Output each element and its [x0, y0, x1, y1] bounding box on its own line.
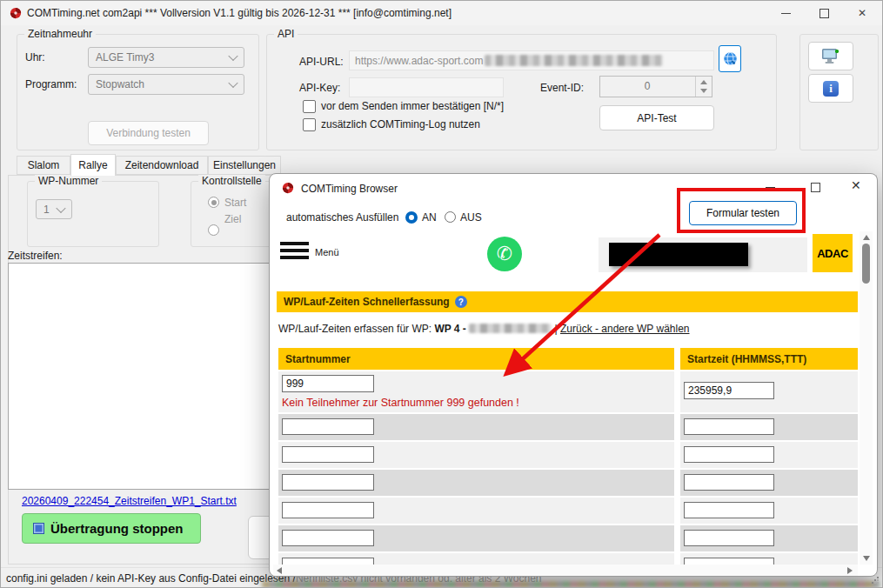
scroll-left-icon[interactable]: [277, 567, 282, 574]
startnummer-input[interactable]: [282, 375, 374, 392]
annotation-rectangle: [677, 188, 806, 233]
wp-nummer-select[interactable]: 1: [36, 199, 72, 219]
api-key-input[interactable]: [349, 77, 504, 97]
startnummer-input[interactable]: [282, 502, 374, 518]
comtiming-log-checkbox[interactable]: [303, 118, 316, 131]
radio-ziel[interactable]: [208, 224, 219, 236]
kontrollstelle-group-label: Kontrollstelle: [198, 175, 265, 187]
programm-select[interactable]: Stopwatch: [88, 74, 244, 95]
section-title: WP/Lauf-Zeiten Schnellerfassung: [284, 296, 450, 308]
vertical-scrollbar[interactable]: [860, 231, 873, 565]
api-test-button[interactable]: API-Test: [599, 105, 714, 130]
api-url-redacted: [485, 55, 663, 66]
spinner-arrows[interactable]: [695, 77, 712, 97]
entry-cell: [680, 470, 858, 496]
entry-cell: [680, 498, 858, 524]
scroll-right-icon[interactable]: [847, 567, 853, 574]
minimize-icon[interactable]: [766, 1, 805, 25]
chevron-down-icon: [56, 203, 65, 212]
menu-button[interactable]: [280, 242, 309, 259]
radio-an[interactable]: [405, 211, 418, 224]
tab-rallye[interactable]: Rallye: [70, 154, 116, 176]
zeitstreifen-file-link[interactable]: 20260409_222454_Zeitstreifen_WP1_Start.t…: [22, 495, 237, 507]
browser-window-title: COMTiming Browser: [301, 183, 398, 195]
browser-window: COMTiming Browser ✕ automatisches Ausfül…: [269, 173, 878, 577]
startzeit-input[interactable]: [684, 502, 774, 518]
hamburger-icon: [280, 242, 309, 259]
adac-logo: ADAC: [813, 234, 853, 272]
close-icon[interactable]: ✕: [851, 178, 861, 192]
new-monitor-button[interactable]: [808, 42, 853, 70]
wp-line: WP/Lauf-Zeiten erfassen für WP: WP 4 - |…: [278, 323, 690, 335]
startnummer-input[interactable]: [282, 530, 374, 546]
startzeit-input[interactable]: [684, 446, 774, 463]
entry-row: Kein Teilnehmer zur Startnummer 999 gefu…: [278, 371, 674, 412]
whatsapp-icon[interactable]: ✆: [487, 237, 522, 271]
chevron-down-icon: [228, 78, 237, 88]
radio-start-label: Start: [224, 197, 246, 209]
radio-start[interactable]: [208, 197, 219, 208]
wp-nummer-value: 1: [43, 204, 50, 216]
startzeit-input[interactable]: [684, 474, 774, 491]
radio-aus[interactable]: [445, 211, 456, 223]
wp-number: WP 4 -: [434, 323, 469, 335]
scrollbar-thumb[interactable]: [862, 244, 870, 284]
startnummer-input[interactable]: [282, 446, 374, 463]
scroll-down-icon[interactable]: [863, 556, 870, 561]
entry-cell: [278, 414, 674, 440]
wp-name-redacted: [469, 324, 552, 333]
entry-cell: [278, 442, 674, 468]
api-group-label: API: [274, 28, 298, 40]
comtiming-log-label: zusätzlich COMTiming-Log nutzen: [321, 118, 480, 130]
help-icon[interactable]: ?: [455, 296, 467, 308]
startzeit-input[interactable]: [684, 530, 774, 546]
resize-grip-icon[interactable]: [871, 576, 880, 585]
tab-zeitendownload[interactable]: Zeitendownload: [116, 156, 208, 175]
spin-down-icon[interactable]: [700, 89, 707, 93]
close-icon[interactable]: ✕: [843, 1, 881, 25]
startzeit-input[interactable]: [684, 382, 774, 399]
entry-cell: [680, 414, 858, 440]
programm-label: Programm:: [25, 78, 77, 90]
open-browser-button[interactable]: [719, 45, 741, 72]
entry-row: [273, 470, 858, 496]
quick-entry-rows: [273, 414, 858, 577]
stop-transfer-button[interactable]: Übertragung stoppen: [22, 513, 201, 544]
api-url-input[interactable]: https://www.adac-sport.com: [349, 50, 714, 70]
horizontal-scrollbar[interactable]: [273, 565, 858, 576]
maximize-icon[interactable]: [811, 183, 820, 192]
startzeit-input[interactable]: [684, 418, 774, 435]
event-id-spinner[interactable]: 0: [599, 76, 712, 97]
globe-icon: [723, 51, 738, 66]
startnummer-input[interactable]: [282, 474, 374, 491]
info-button[interactable]: i: [808, 74, 853, 103]
confirm-before-send-checkbox[interactable]: [303, 100, 316, 113]
section-title-band: WP/Lauf-Zeiten Schnellerfassung ?: [277, 291, 858, 312]
redacted-bottom-line: [262, 581, 880, 588]
verbindung-testen-button[interactable]: Verbindung testen: [88, 121, 209, 145]
entry-cell: [680, 442, 858, 468]
col-startzeit-header: Startzeit (HHMMSS,TTT): [680, 348, 858, 370]
entry-cell: [278, 498, 674, 524]
event-name-redacted: [609, 243, 748, 266]
entry-cell: [680, 371, 858, 412]
info-icon: i: [823, 81, 839, 97]
confirm-before-send-label: vor dem Senden immer bestätigen [N/*]: [321, 100, 504, 112]
uhr-value: ALGE Timy3: [96, 51, 154, 63]
startnummer-input[interactable]: [282, 418, 374, 435]
zeitstreifen-listbox[interactable]: [8, 263, 280, 490]
app-icon: [282, 182, 294, 194]
entry-row: [273, 442, 858, 468]
spin-up-icon[interactable]: [700, 80, 707, 84]
maximize-icon[interactable]: [805, 1, 843, 25]
tab-slalom[interactable]: Slalom: [17, 156, 70, 175]
tab-einstellungen[interactable]: Einstellungen: [208, 156, 281, 175]
autofill-label: automatisches Ausfüllen: [286, 211, 398, 224]
status-text-front: config.ini geladen / kein API-Key aus Co…: [6, 572, 296, 585]
api-url-value: https://www.adac-sport.com: [355, 55, 483, 67]
entry-row: [273, 498, 858, 524]
col-startnummer-header: Startnummer: [278, 348, 674, 370]
uhr-select[interactable]: ALGE Timy3: [88, 47, 244, 68]
back-link[interactable]: Zurück - andere WP wählen: [560, 323, 690, 335]
scroll-up-icon[interactable]: [863, 235, 870, 240]
